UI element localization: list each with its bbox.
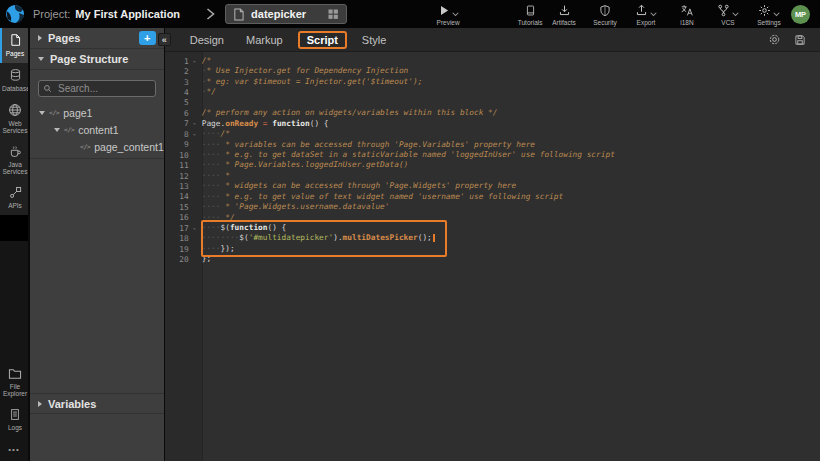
sidebar-item-label: Logs <box>8 424 22 431</box>
wavemaker-logo-icon[interactable] <box>5 4 25 24</box>
code-text: ·* eg: var $timeout = Injector.get('$tim… <box>202 77 423 87</box>
artifacts-button[interactable]: Artifacts <box>549 3 579 26</box>
code-line-1[interactable]: 1-/* <box>165 56 820 66</box>
topbar-actions-left: PreviewTutorials <box>433 3 545 26</box>
code-line-7[interactable]: 7-Page.onReady = function() { <box>165 119 820 129</box>
code-text: }; <box>202 254 211 264</box>
avatar[interactable]: MP <box>791 5 810 24</box>
code-line-16[interactable]: 16···· */ <box>165 213 820 223</box>
code-line-20[interactable]: 20}; <box>165 254 820 264</box>
page-structure-tree: </>page1</>content1</>page_content1 <box>30 104 164 159</box>
code-line-14[interactable]: 14···· * e.g. to get value of text widge… <box>165 192 820 202</box>
code-line-12[interactable]: 12···· * <box>165 171 820 181</box>
code-line-2[interactable]: 2·* Use Injector.get for Dependency Inje… <box>165 66 820 76</box>
sidebar-item-file-explorer[interactable]: File Explorer <box>0 363 28 403</box>
vcs-icon <box>717 4 730 17</box>
tab-style[interactable]: Style <box>351 34 397 46</box>
vcs-button[interactable]: VCS <box>713 3 743 26</box>
tab-design[interactable]: Design <box>179 34 235 46</box>
sidebar-item-pages[interactable]: Pages <box>0 28 28 63</box>
project-breadcrumb: Project: My First Application <box>33 8 180 20</box>
line-number: 18 <box>165 234 189 243</box>
editor-area: « DesignMarkupScriptStyle 1-/*2·* Use In… <box>164 28 820 461</box>
code-line-6[interactable]: 6/* perform any action on widgets/variab… <box>165 108 820 118</box>
code-line-4[interactable]: 4·*/ <box>165 87 820 97</box>
code-line-3[interactable]: 3·* eg: var $timeout = Injector.get('$ti… <box>165 77 820 87</box>
search-input[interactable] <box>38 80 156 97</box>
code-text: ····$(function() { <box>202 223 287 233</box>
code-line-11[interactable]: 11···· * Page.Variables.loggedInUser.get… <box>165 160 820 170</box>
fold-marker-icon[interactable]: - <box>189 130 200 139</box>
tabbar-actions <box>768 33 806 46</box>
panel-spacer <box>30 159 164 393</box>
tutorials-label: Tutorials <box>518 19 543 26</box>
code-text: ···· */ <box>202 213 235 223</box>
widget-code-icon: </> <box>64 126 74 134</box>
sidebar-item-label: File Explorer <box>2 383 28 397</box>
add-page-button[interactable]: + <box>139 31 156 45</box>
project-name: My First Application <box>75 8 180 20</box>
fold-marker-icon[interactable]: - <box>189 119 200 128</box>
security-button[interactable]: Security <box>590 3 620 26</box>
preview-button[interactable]: Preview <box>433 3 463 26</box>
grid-icon[interactable] <box>327 8 339 20</box>
i18n-label: i18N <box>680 19 693 26</box>
project-label: Project: <box>33 8 70 20</box>
sidebar-item-databases[interactable]: Databases <box>0 63 28 98</box>
variables-section-header[interactable]: Variables <box>30 393 164 414</box>
sidebar-spacer <box>0 241 28 363</box>
code-line-18[interactable]: 18········$('#multidatepicker').multiDat… <box>165 233 820 243</box>
sidebar-item-web-services[interactable]: Web Services <box>0 98 28 140</box>
settings-label: Settings <box>757 19 781 26</box>
tree-item-content1[interactable]: </>content1 <box>30 121 164 138</box>
tutorials-button[interactable]: Tutorials <box>515 3 545 26</box>
tab-script[interactable]: Script <box>298 31 347 49</box>
settings-button[interactable]: Settings <box>754 3 784 26</box>
line-number: 9 <box>165 140 189 149</box>
save-icon[interactable] <box>794 34 806 46</box>
i18n-icon <box>680 4 694 17</box>
code-editor[interactable]: 1-/*2·* Use Injector.get for Dependency … <box>165 52 820 461</box>
collapse-panel-button[interactable]: « <box>158 33 171 46</box>
gear-icon <box>758 4 771 17</box>
code-line-13[interactable]: 13···· * widgets can be accessed through… <box>165 181 820 191</box>
code-text: ···· * 'Page.Widgets.username.datavalue' <box>202 202 390 212</box>
topbar-actions-right: ArtifactsSecurityExporti18NVCSSettings <box>549 3 784 26</box>
line-number: 14 <box>165 192 189 201</box>
chevron-down-icon <box>452 12 459 17</box>
sidebar-item-logs[interactable]: Logs <box>0 403 28 437</box>
fold-marker-icon[interactable]: - <box>189 224 200 233</box>
code-line-5[interactable]: 5 <box>165 98 820 108</box>
code-line-9[interactable]: 9···· * variables can be accessed throug… <box>165 140 820 150</box>
i18n-button[interactable]: i18N <box>672 3 702 26</box>
tree-item-label: page1 <box>63 107 92 119</box>
pages-section-header[interactable]: Pages + <box>30 28 164 49</box>
code-line-15[interactable]: 15···· * 'Page.Widgets.username.datavalu… <box>165 202 820 212</box>
sidebar-item-apis[interactable]: APIs <box>0 181 28 215</box>
pages-section-label: Pages <box>48 32 80 44</box>
code-line-19[interactable]: 19····}); <box>165 244 820 254</box>
expanded-caret-icon[interactable] <box>54 128 60 132</box>
sidebar-item-java-services[interactable]: Java Services <box>0 140 28 181</box>
code-line-10[interactable]: 10···· * e.g. to get dataSet in a static… <box>165 150 820 160</box>
tree-item-page1[interactable]: </>page1 <box>30 104 164 121</box>
line-number: 12 <box>165 172 189 181</box>
tab-markup[interactable]: Markup <box>235 34 294 46</box>
code-line-17[interactable]: 17-····$(function() { <box>165 223 820 233</box>
search-container <box>30 70 164 104</box>
preview-label: Preview <box>437 19 460 26</box>
open-page-tab[interactable]: datepicker <box>225 4 347 24</box>
tree-item-page_content1[interactable]: </>page_content1 <box>30 138 164 155</box>
code-line-8[interactable]: 8-····/* <box>165 129 820 139</box>
more-options-button[interactable]: ••• <box>0 437 28 461</box>
export-button[interactable]: Export <box>631 3 661 26</box>
page-structure-header[interactable]: Page Structure <box>30 49 164 70</box>
line-number: 19 <box>165 245 189 254</box>
code-text: /* <box>202 56 211 66</box>
variables-section-label: Variables <box>48 398 96 410</box>
expanded-caret-icon[interactable] <box>39 111 45 115</box>
fold-marker-icon[interactable]: - <box>189 57 200 66</box>
tutorials-icon <box>525 4 536 17</box>
script-settings-gear-icon[interactable] <box>768 33 781 46</box>
code-text: ···· * e.g. to get dataSet in a staticVa… <box>202 150 615 160</box>
